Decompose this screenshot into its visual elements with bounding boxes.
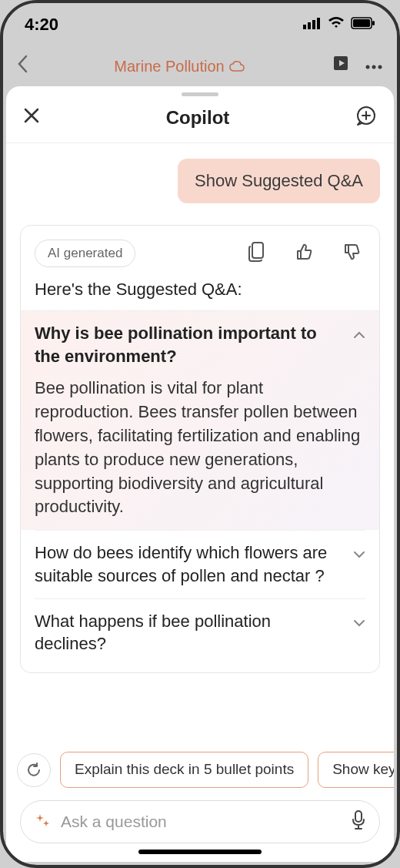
suggestions-bar[interactable]: Explain this deck in 5 bullet points Sho… — [6, 741, 394, 796]
ask-input[interactable] — [61, 813, 341, 831]
svg-point-7 — [365, 65, 369, 69]
status-time: 4:20 — [25, 15, 58, 35]
qa-question-row[interactable]: Why is bee pollination important to the … — [35, 322, 365, 367]
chevron-down-icon — [353, 615, 365, 631]
thumbs-down-icon[interactable] — [342, 243, 361, 264]
suggestion-chip[interactable]: Show key slides — [318, 752, 394, 788]
cellular-icon — [303, 17, 322, 32]
chevron-up-icon — [353, 327, 365, 343]
battery-icon — [351, 17, 375, 32]
svg-point-8 — [372, 65, 375, 69]
svg-rect-1 — [308, 22, 311, 29]
sparkle-icon — [35, 813, 50, 831]
app-actions — [331, 55, 383, 78]
response-intro: Here's the Suggested Q&A: — [35, 280, 365, 300]
svg-rect-3 — [317, 18, 320, 29]
qa-answer-text: Bee pollination is vital for plant repro… — [35, 377, 365, 519]
ai-response-card: AI generated Here's the Suggested Q&A — [20, 225, 380, 673]
app-header: Marine Pollution — [3, 46, 397, 86]
qa-question-text: How do bees identify which flowers are s… — [35, 541, 344, 587]
copy-icon[interactable] — [248, 242, 265, 265]
svg-rect-11 — [252, 243, 263, 258]
qa-question-text: What happens if bee pollination declines… — [35, 610, 344, 655]
qa-item-collapsed: How do bees identify which flowers are s… — [35, 530, 365, 598]
home-indicator[interactable] — [138, 850, 262, 854]
qa-item-collapsed: What happens if bee pollination declines… — [35, 598, 365, 666]
sheet-handle[interactable] — [182, 92, 218, 96]
sheet-title: Copilot — [166, 107, 230, 129]
qa-question-row[interactable]: How do bees identify which flowers are s… — [35, 541, 365, 587]
wifi-icon — [328, 17, 345, 32]
device-frame: 4:20 Marine Pollution — [0, 0, 400, 868]
status-icons — [303, 17, 375, 32]
chevron-down-icon — [353, 546, 365, 562]
refresh-suggestions-button[interactable] — [17, 753, 51, 787]
card-header: AI generated — [35, 240, 365, 267]
ai-generated-chip: AI generated — [35, 240, 135, 267]
back-button[interactable] — [17, 54, 28, 79]
status-bar: 4:20 — [3, 3, 397, 46]
new-chat-button[interactable] — [355, 106, 377, 130]
cloud-icon — [229, 58, 245, 75]
thumbs-up-icon[interactable] — [295, 243, 313, 264]
document-title[interactable]: Marine Pollution — [114, 58, 244, 75]
sheet-header: Copilot — [6, 98, 394, 143]
svg-rect-0 — [303, 25, 306, 29]
svg-rect-5 — [353, 19, 370, 27]
svg-rect-2 — [312, 20, 315, 29]
more-icon[interactable] — [365, 59, 383, 73]
svg-rect-12 — [355, 811, 362, 822]
svg-rect-6 — [372, 21, 375, 25]
close-button[interactable] — [23, 107, 40, 129]
qa-question-row[interactable]: What happens if bee pollination declines… — [35, 610, 365, 655]
microphone-icon[interactable] — [352, 810, 365, 833]
qa-question-text: Why is bee pollination important to the … — [35, 322, 344, 367]
copilot-sheet: Copilot Show Suggested Q&A AI generated — [6, 86, 394, 862]
user-message: Show Suggested Q&A — [178, 159, 380, 203]
chat-body[interactable]: Show Suggested Q&A AI generated — [6, 143, 394, 741]
document-title-text: Marine Pollution — [114, 58, 224, 75]
svg-point-9 — [378, 65, 382, 69]
feedback-icons — [248, 242, 361, 265]
present-icon[interactable] — [331, 55, 351, 78]
suggestion-chip[interactable]: Explain this deck in 5 bullet points — [60, 752, 308, 788]
ask-input-container[interactable] — [20, 800, 380, 843]
qa-item-expanded: Why is bee pollination important to the … — [21, 310, 379, 530]
